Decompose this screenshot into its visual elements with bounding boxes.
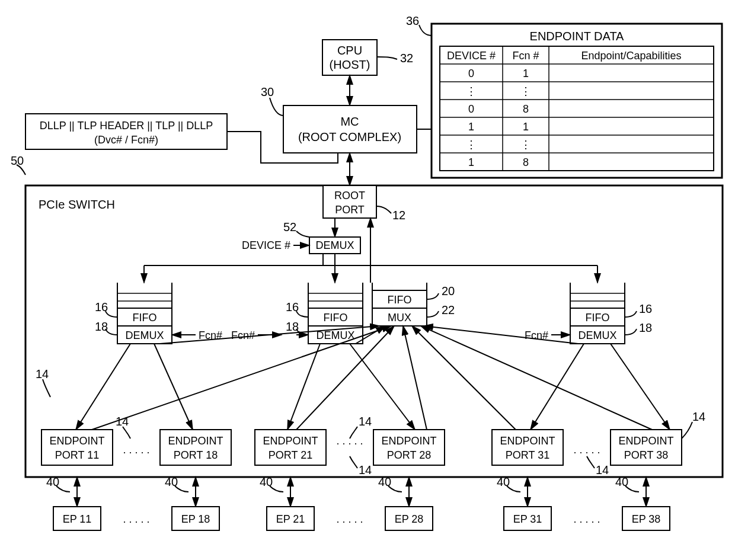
svg-text:40: 40 [615, 475, 628, 488]
svg-text:PORT 31: PORT 31 [506, 449, 549, 461]
svg-text:40: 40 [497, 475, 510, 488]
mc-ref: 30 [261, 85, 274, 98]
cpu-label-2: (HOST) [330, 58, 370, 71]
endpoint-data-title: ENDPOINT DATA [530, 30, 625, 43]
svg-text:ENDPOINT: ENDPOINT [263, 435, 318, 447]
svg-text:⋮: ⋮ [466, 139, 477, 151]
svg-text:FIFO: FIFO [388, 294, 412, 306]
mc-ref-line [270, 98, 283, 116]
svg-text:ENDPOINT: ENDPOINT [49, 435, 104, 447]
svg-text:0: 0 [468, 103, 474, 115]
packet-sub: (Dvc# / Fcn#) [94, 134, 158, 146]
svg-text:DEVICE #: DEVICE # [242, 239, 290, 251]
svg-text:22: 22 [442, 303, 455, 316]
svg-text:14: 14 [36, 367, 49, 380]
cpu-ref: 32 [400, 52, 413, 65]
svg-text:. . . . .: . . . . . [573, 444, 600, 456]
svg-text:18: 18 [286, 320, 299, 333]
svg-text:DEMUX: DEMUX [316, 329, 354, 341]
cpu-label-1: CPU [337, 44, 362, 57]
svg-text:ENDPOINT: ENDPOINT [618, 435, 673, 447]
svg-text:. . . . .: . . . . . [123, 513, 149, 525]
svg-text:1: 1 [523, 121, 529, 133]
svg-text:DEMUX: DEMUX [315, 239, 354, 251]
svg-text:DEMUX: DEMUX [125, 329, 164, 341]
svg-text:16: 16 [639, 302, 652, 315]
svg-text:1: 1 [468, 156, 474, 168]
switch-ref: 50 [11, 154, 24, 167]
svg-text:⋮: ⋮ [520, 85, 531, 97]
svg-text:14: 14 [596, 463, 609, 476]
svg-text:14: 14 [359, 463, 372, 476]
svg-text:40: 40 [260, 475, 273, 488]
svg-text:. . . . .: . . . . . [573, 513, 600, 525]
mc-box [283, 105, 417, 153]
svg-text:0: 0 [468, 68, 474, 79]
svg-text:PORT 21: PORT 21 [269, 449, 312, 461]
svg-text:PORT 18: PORT 18 [174, 449, 218, 461]
endpoint-data-ref: 36 [406, 14, 419, 27]
svg-text:1: 1 [523, 68, 529, 79]
svg-text:PORT: PORT [335, 204, 365, 216]
svg-rect-0 [440, 46, 714, 171]
svg-text:14: 14 [692, 410, 705, 423]
packet-text: DLLP || TLP HEADER || TLP || DLLP [40, 120, 213, 132]
pcie-diagram: CPU (HOST) 32 MC (ROOT COMPLEX) 30 ENDPO… [0, 0, 735, 560]
svg-text:. . . . .: . . . . . [336, 513, 363, 525]
svg-text:1: 1 [468, 121, 474, 133]
svg-text:8: 8 [523, 156, 529, 168]
svg-text:MUX: MUX [388, 312, 411, 324]
svg-text:16: 16 [286, 300, 299, 313]
svg-text:⋮: ⋮ [466, 85, 477, 97]
svg-text:PORT 38: PORT 38 [624, 449, 668, 461]
svg-text:52: 52 [283, 220, 296, 233]
svg-text:. . . . .: . . . . . [123, 444, 149, 456]
svg-text:. . . . .: . . . . . [336, 435, 363, 447]
svg-text:40: 40 [46, 475, 59, 488]
svg-text:EP 28: EP 28 [395, 513, 424, 525]
svg-text:14: 14 [359, 415, 372, 428]
svg-text:PORT 11: PORT 11 [55, 449, 99, 461]
endpoint-table: DEVICE # Fcn # Endpoint/Capabilities 0 1… [440, 46, 714, 171]
svg-text:⋮: ⋮ [520, 139, 531, 151]
svg-text:FIFO: FIFO [586, 312, 610, 324]
svg-text:16: 16 [95, 300, 108, 313]
mc-label-1: MC [340, 115, 359, 128]
svg-text:20: 20 [442, 284, 455, 297]
mc-label-2: (ROOT COMPLEX) [298, 130, 401, 143]
svg-text:DEVICE #: DEVICE # [447, 50, 496, 62]
cpu-ref-line [377, 57, 397, 59]
svg-text:12: 12 [392, 209, 405, 222]
svg-text:18: 18 [639, 321, 652, 334]
svg-text:Endpoint/Capabilities: Endpoint/Capabilities [581, 50, 681, 62]
ep-row: 40 EP 11 . . . . . 40 EP 18 40 EP 21 . .… [46, 475, 670, 530]
svg-text:Fcn #: Fcn # [512, 50, 539, 62]
svg-text:40: 40 [165, 475, 178, 488]
svg-text:DEMUX: DEMUX [578, 329, 616, 341]
svg-text:ENDPOINT: ENDPOINT [168, 435, 223, 447]
svg-text:EP 18: EP 18 [181, 513, 210, 525]
svg-text:Fcn#: Fcn# [231, 329, 255, 341]
endpoint-ref-line [419, 25, 432, 36]
svg-text:FIFO: FIFO [324, 312, 348, 324]
svg-text:40: 40 [378, 475, 391, 488]
svg-text:PORT 28: PORT 28 [387, 449, 431, 461]
pcie-switch-label: PCIe SWITCH [39, 198, 115, 211]
svg-text:EP 21: EP 21 [276, 513, 305, 525]
svg-text:18: 18 [95, 320, 108, 333]
svg-text:EP 31: EP 31 [513, 513, 542, 525]
svg-text:ENDPOINT: ENDPOINT [381, 435, 436, 447]
svg-text:14: 14 [116, 415, 129, 428]
svg-text:FIFO: FIFO [133, 312, 157, 324]
svg-text:ENDPOINT: ENDPOINT [500, 435, 555, 447]
svg-text:EP 11: EP 11 [63, 513, 92, 525]
svg-text:EP 38: EP 38 [632, 513, 661, 525]
svg-text:8: 8 [523, 103, 529, 115]
svg-text:ROOT: ROOT [334, 190, 365, 201]
